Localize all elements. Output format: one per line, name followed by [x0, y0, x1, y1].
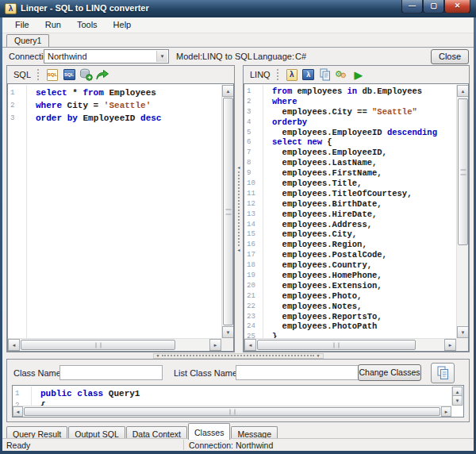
horizontal-scrollbar[interactable]: ◄ ►	[13, 406, 451, 416]
sql-panel-header: SQL SQL SQL	[7, 66, 234, 83]
menu-item[interactable]: Tools	[69, 17, 106, 32]
line-number: 1	[10, 87, 26, 99]
menu-item[interactable]: Run	[37, 17, 69, 32]
convert-to-linq-button[interactable]	[94, 67, 110, 83]
database-run-icon	[79, 68, 93, 81]
result-tab-strip: Query ResultOutput SQLData ContextClasse…	[6, 423, 470, 438]
connection-dropdown[interactable]: Northwind ▾	[44, 49, 169, 63]
close-query-button[interactable]: Close	[431, 49, 469, 64]
scroll-right-icon[interactable]: ►	[441, 406, 451, 417]
status-divider	[183, 440, 184, 450]
scroll-left-icon[interactable]: ◄	[8, 339, 20, 351]
lambda-glyph: λ	[9, 5, 13, 13]
scrollbar-thumb[interactable]	[21, 340, 175, 350]
classes-editor[interactable]: 123 public class Query1{ private Int32? …	[12, 385, 464, 417]
linq-editor[interactable]: 1234567891011121314151617181920212223242…	[244, 83, 469, 352]
classes-code[interactable]: public class Query1{ private Int32? Empl…	[33, 387, 451, 406]
model-value: LINQ to SQL	[202, 52, 252, 61]
scroll-down-icon[interactable]: ▼	[222, 326, 234, 338]
code-line: employees.Extension,	[272, 281, 455, 291]
maximize-button[interactable]: ▢	[423, 0, 444, 13]
scrollbar-corner	[456, 338, 468, 350]
code-line: orderby	[272, 117, 455, 128]
line-number: 20	[247, 281, 263, 291]
close-window-button[interactable]: ✕	[444, 0, 470, 13]
language-label: Language:	[253, 52, 294, 61]
scrollbar-thumb[interactable]	[223, 98, 233, 325]
scroll-up-icon[interactable]: ▲	[457, 85, 469, 97]
line-number: 7	[247, 148, 263, 158]
vertical-splitter[interactable]: ◄ ◄	[235, 65, 243, 352]
collapse-down-icon[interactable]: ▼	[154, 354, 163, 358]
collapse-down-icon[interactable]: ▼	[314, 354, 323, 358]
window-body: FileRunToolsHelp Query1 Connection North…	[2, 17, 474, 451]
splitter-dots	[238, 171, 240, 246]
line-numbers: 123	[13, 387, 32, 406]
open-linq-file-button[interactable]: λ	[284, 67, 300, 83]
result-tab[interactable]: Classes	[188, 423, 230, 440]
line-number: 19	[247, 271, 263, 281]
line-number: 2	[15, 400, 31, 406]
list-class-name-input[interactable]	[236, 365, 363, 380]
linq-settings-button[interactable]: ⚙ ⚙	[334, 67, 350, 83]
splitter-handle[interactable]: ▼ ▼	[153, 353, 324, 359]
linq-code[interactable]: from employees in db.Employeeswhere empl…	[264, 85, 455, 338]
execute-sql-button[interactable]	[78, 67, 94, 83]
sql-code[interactable]: select * from Employeeswhere City = 'Sea…	[28, 85, 221, 338]
code-line: employees.Title,	[272, 179, 455, 189]
linq-panel-header: LINQ λ λ	[244, 66, 469, 83]
horizontal-splitter[interactable]: ▼ ▼	[2, 352, 474, 359]
model-label: Model:	[176, 52, 202, 61]
code-line: employees.Notes,	[272, 302, 455, 312]
app-window: λ Linqer - SQL to LINQ converter — ▢ ✕ F…	[0, 0, 476, 454]
collapse-left-icon[interactable]: ◄	[237, 248, 241, 252]
scroll-left-icon[interactable]: ◄	[13, 406, 23, 417]
line-number: 12	[247, 199, 263, 210]
line-number: 2	[10, 99, 26, 112]
horizontal-scrollbar[interactable]: ◄ ►	[244, 338, 456, 350]
minimize-button[interactable]: —	[401, 0, 423, 13]
splitter-handle[interactable]: ◄ ◄	[236, 165, 241, 252]
code-line: where City = 'Seattle'	[36, 99, 221, 112]
line-number: 6	[247, 137, 263, 148]
vertical-scrollbar[interactable]: ▲ ▼	[456, 85, 468, 338]
open-sql-file-button[interactable]: SQL	[44, 67, 60, 83]
sql-file-icon: SQL	[47, 69, 58, 81]
copy-classes-button[interactable]	[431, 363, 455, 383]
change-classes-button[interactable]: Change Classes	[358, 364, 421, 381]
line-number: 25	[247, 332, 263, 338]
run-linq-button[interactable]: ▶	[351, 67, 367, 83]
scroll-right-icon[interactable]: ►	[209, 339, 221, 351]
code-line: employees.City,	[272, 229, 455, 240]
scroll-up-icon[interactable]: ▲	[222, 85, 234, 97]
sql-editor[interactable]: 123 select * from Employeeswhere City = …	[7, 83, 234, 352]
scroll-down-icon[interactable]: ▼	[452, 395, 463, 406]
chevron-down-icon[interactable]: ▾	[156, 51, 167, 62]
line-number: 1	[247, 87, 263, 97]
scrollbar-thumb[interactable]	[257, 340, 416, 350]
scrollbar-thumb[interactable]	[24, 407, 440, 416]
vertical-scrollbar[interactable]: ▲ ▼	[451, 387, 463, 406]
save-linq-file-button[interactable]: λ	[301, 67, 317, 83]
horizontal-scrollbar[interactable]: ◄ ►	[8, 338, 221, 350]
line-number: 23	[247, 312, 263, 322]
scrollbar-corner	[221, 338, 233, 350]
vertical-scrollbar[interactable]: ▲ ▼	[221, 85, 233, 338]
linq-file-icon: λ	[286, 69, 298, 81]
scrollbar-thumb[interactable]	[458, 98, 468, 245]
class-name-input[interactable]	[60, 365, 163, 380]
splitter-dots	[162, 355, 313, 356]
line-number: 24	[247, 321, 263, 332]
scroll-left-icon[interactable]: ◄	[244, 339, 256, 351]
scroll-right-icon[interactable]: ►	[444, 339, 456, 351]
save-sql-file-button[interactable]: SQL	[61, 67, 77, 83]
copy-linq-button[interactable]	[317, 67, 333, 83]
menu-item[interactable]: Help	[106, 17, 140, 32]
collapse-left-icon[interactable]: ◄	[237, 165, 241, 170]
tab-query1[interactable]: Query1	[6, 34, 49, 47]
line-number: 13	[247, 210, 263, 220]
convert-arrow-icon	[95, 69, 109, 81]
line-number: 5	[247, 128, 263, 138]
scroll-down-icon[interactable]: ▼	[457, 326, 469, 338]
menu-item[interactable]: File	[7, 17, 37, 32]
